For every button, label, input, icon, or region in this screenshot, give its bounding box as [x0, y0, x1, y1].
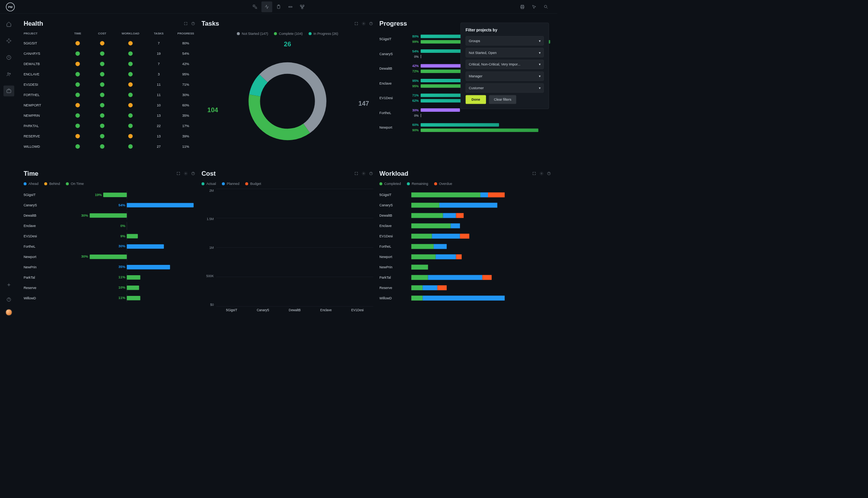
nav-home-icon[interactable]	[3, 19, 14, 29]
legend-item[interactable]: In Progress (26)	[308, 32, 338, 36]
time-row[interactable]: NewPrin35%	[24, 262, 196, 272]
legend-item[interactable]: On Time	[66, 182, 84, 186]
help-icon[interactable]	[191, 171, 196, 176]
expand-icon[interactable]	[532, 171, 537, 176]
filter-select[interactable]: Manager▾	[466, 72, 544, 81]
health-row[interactable]: RESERVE 13 39%	[24, 131, 196, 141]
tasks-count: 13	[147, 134, 171, 138]
time-panel: Time AheadBehindOn Time 5GigsIT19%Canary…	[24, 170, 196, 314]
help-icon[interactable]	[191, 21, 196, 26]
health-row[interactable]: WILLOWD 27 11%	[24, 141, 196, 152]
view-clipboard-icon[interactable]	[273, 2, 284, 12]
help-icon[interactable]	[547, 171, 551, 176]
expand-icon[interactable]	[354, 21, 359, 26]
view-minus-icon[interactable]	[285, 2, 296, 12]
tasks-count: 22	[147, 124, 171, 128]
legend-item[interactable]: Ahead	[24, 182, 39, 186]
health-row[interactable]: EV1DESI 11 71%	[24, 79, 196, 90]
legend-item[interactable]: Planned	[222, 182, 240, 186]
nav-tasks-icon[interactable]	[3, 35, 14, 46]
svg-rect-8	[521, 5, 524, 6]
time-row[interactable]: ParkTal11%	[24, 272, 196, 282]
nav-team-icon[interactable]	[3, 69, 14, 80]
health-row[interactable]: PARKTAL 22 17%	[24, 121, 196, 131]
gear-icon[interactable]	[361, 21, 366, 26]
filter-select[interactable]: Groups▾	[466, 36, 544, 45]
workload-row[interactable]: Reserve	[379, 282, 551, 293]
legend-item[interactable]: Actual	[201, 182, 216, 186]
time-row[interactable]: EV1Desi9%	[24, 231, 196, 241]
time-row[interactable]: DewaltB30%	[24, 210, 196, 220]
view-activity-icon[interactable]	[261, 2, 272, 12]
workload-row[interactable]: WillowD	[379, 293, 551, 303]
view-flow-icon[interactable]	[297, 2, 308, 12]
workload-row[interactable]: Newport	[379, 251, 551, 262]
filter-select[interactable]: Customer▾	[466, 83, 544, 93]
workload-bar	[411, 296, 505, 300]
filter-select[interactable]: Not Started, Open▾	[466, 48, 544, 57]
health-row[interactable]: ENCLAVE 3 95%	[24, 69, 196, 79]
health-row[interactable]: 5GIGSIT 7 80%	[24, 38, 196, 49]
gear-icon[interactable]	[183, 171, 188, 176]
nav-add-icon[interactable]	[3, 279, 14, 290]
time-row[interactable]: Reserve10%	[24, 282, 196, 293]
legend-item[interactable]: Completed	[379, 182, 401, 186]
workload-row[interactable]: ParkTal	[379, 272, 551, 282]
legend-item[interactable]: Remaining	[407, 182, 428, 186]
legend-item[interactable]: Budget	[245, 182, 261, 186]
legend-item[interactable]: Complete (104)	[274, 32, 303, 36]
progress-row[interactable]: Newport60%90%	[379, 120, 551, 135]
expand-icon[interactable]	[183, 21, 188, 26]
svg-rect-4	[289, 7, 292, 7]
status-dot	[128, 51, 133, 56]
workload-row[interactable]: DewaltB	[379, 210, 551, 220]
gear-icon[interactable]	[539, 171, 544, 176]
done-button[interactable]: Done	[466, 95, 486, 104]
health-col-header: PROJECT	[24, 32, 65, 35]
clear-filters-button[interactable]: Clear filters	[489, 95, 516, 104]
time-row[interactable]: 5GigsIT19%	[24, 189, 196, 200]
svg-rect-5	[300, 5, 302, 6]
workload-bar	[411, 265, 505, 269]
time-row[interactable]: CanaryS54%	[24, 200, 196, 210]
expand-icon[interactable]	[176, 171, 181, 176]
nav-help-icon[interactable]	[3, 294, 14, 305]
print-icon[interactable]	[517, 2, 528, 12]
chevron-down-icon: ▾	[539, 39, 540, 42]
app-logo[interactable]: PM	[6, 2, 15, 11]
time-row[interactable]: WillowD11%	[24, 293, 196, 303]
search-icon[interactable]	[540, 2, 551, 12]
health-row[interactable]: DEWALTB 7 42%	[24, 59, 196, 69]
health-row[interactable]: CANARYS 19 54%	[24, 48, 196, 59]
time-row[interactable]: Newport30%	[24, 251, 196, 262]
gear-icon[interactable]	[361, 171, 366, 176]
health-row[interactable]: NEWPORT 10 60%	[24, 100, 196, 110]
legend-item[interactable]: Overdue	[434, 182, 452, 186]
help-icon[interactable]	[369, 21, 374, 26]
view-search-icon[interactable]	[250, 2, 260, 12]
filter-select[interactable]: Critical, Non-Critical, Very Impor...▾	[466, 60, 544, 69]
workload-row[interactable]: EV1Desi	[379, 231, 551, 241]
time-row[interactable]: FortheL30%	[24, 241, 196, 251]
donut-label-complete: 104	[207, 106, 218, 114]
legend-item[interactable]: Not Started (147)	[237, 32, 268, 36]
workload-row[interactable]: Enclave	[379, 220, 551, 231]
workload-row[interactable]: NewPrin	[379, 262, 551, 272]
user-avatar[interactable]	[5, 309, 12, 316]
legend-dot	[407, 182, 410, 185]
expand-icon[interactable]	[354, 171, 359, 176]
workload-row[interactable]: FortheL	[379, 241, 551, 251]
workload-row[interactable]: CanaryS	[379, 200, 551, 210]
time-row[interactable]: Enclave0%	[24, 220, 196, 231]
nav-portfolio-icon[interactable]	[3, 85, 14, 96]
cursor-icon[interactable]	[529, 2, 540, 12]
nav-time-icon[interactable]	[3, 52, 14, 63]
health-row[interactable]: NEWPRIN 13 35%	[24, 110, 196, 121]
svg-point-13	[8, 73, 9, 74]
progress-value: 0%	[406, 55, 419, 59]
legend-item[interactable]: Behind	[44, 182, 60, 186]
legend-dot	[44, 182, 47, 185]
help-icon[interactable]	[369, 171, 374, 176]
workload-row[interactable]: 5GigsIT	[379, 189, 551, 200]
health-row[interactable]: FORTHEL 11 30%	[24, 90, 196, 100]
